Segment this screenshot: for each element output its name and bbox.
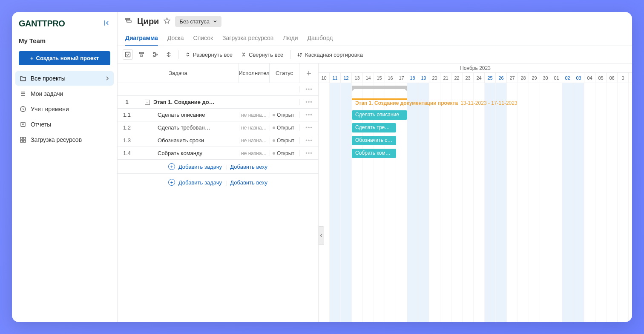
timeline-column <box>540 83 551 322</box>
grid-spacer-row: ••• <box>118 83 318 96</box>
tab-list[interactable]: Список <box>193 31 213 46</box>
timeline-day: 30 <box>540 73 551 83</box>
expand-all-button[interactable]: Развернуть все <box>183 50 235 60</box>
favorite-button[interactable] <box>163 17 171 26</box>
tab-workload[interactable]: Загрузка ресурсов <box>222 31 273 46</box>
add-column-button[interactable] <box>299 63 318 83</box>
task-title: Сделать требован… <box>136 124 239 131</box>
tab-people[interactable]: Люди <box>283 31 298 46</box>
task-row[interactable]: 1.3 Обозначить сроки не назнач... Открыт… <box>118 134 318 147</box>
timeline-column <box>418 83 429 322</box>
collapse-toggle[interactable]: − <box>145 100 150 105</box>
list-icon <box>20 90 26 97</box>
sort-icon <box>297 52 302 57</box>
add-milestone-button[interactable]: Добавить веху <box>230 164 267 170</box>
task-status[interactable]: Открыт <box>270 125 299 131</box>
task-status[interactable]: Открыт <box>270 150 299 156</box>
row-more-button[interactable]: ••• <box>299 150 318 156</box>
status-dropdown[interactable]: Без статуса <box>175 16 221 27</box>
timeline-day: 19 <box>418 73 429 83</box>
timeline-day: 17 <box>396 73 407 83</box>
timeline-column <box>584 83 595 322</box>
baseline-button[interactable] <box>164 49 174 60</box>
task-title: Обозначить сроки <box>136 137 239 144</box>
nav-time-tracking[interactable]: Учет времени <box>15 102 114 116</box>
separator: | <box>225 179 227 186</box>
task-bar[interactable]: Обозначить сроки <box>352 136 396 145</box>
task-bar[interactable]: Собрать команду <box>352 149 396 158</box>
task-assignee[interactable]: не назнач... <box>239 125 270 131</box>
phase-bar[interactable] <box>352 86 407 89</box>
row-more-button[interactable]: ••• <box>299 86 318 92</box>
star-icon <box>163 17 171 25</box>
nav-all-projects[interactable]: Все проекты <box>15 71 114 86</box>
phase-row[interactable]: 1 − Этап 1. Создание до… ••• <box>118 96 318 109</box>
add-task-button[interactable]: Добавить задачу <box>178 179 222 186</box>
add-row-outer: + Добавить задачу | Добавить веху <box>118 176 318 189</box>
status-dot-icon <box>273 127 275 129</box>
plus-icon: + <box>30 55 34 61</box>
svg-rect-18 <box>139 52 144 54</box>
gantt-timeline[interactable]: Ноябрь 2023 1011121314151617181920212223… <box>319 63 632 322</box>
sidebar-collapse-button[interactable] <box>104 20 110 28</box>
task-assignee[interactable]: не назнач... <box>239 112 270 118</box>
nav-my-tasks[interactable]: Мои задачи <box>15 86 114 101</box>
nav-workload[interactable]: Загрузка ресурсов <box>15 132 114 147</box>
expand-all-label: Развернуть все <box>193 52 233 58</box>
tab-board[interactable]: Доска <box>167 31 184 46</box>
cascade-sort-button[interactable]: Каскадная сортировка <box>295 50 365 60</box>
svg-rect-19 <box>140 55 143 56</box>
add-task-button[interactable]: Добавить задачу <box>178 164 222 170</box>
create-project-button[interactable]: + Создать новый проект <box>19 51 110 65</box>
timeline-day: 02 <box>562 73 573 83</box>
view-tabs: Диаграмма Доска Список Загрузка ресурсов… <box>118 29 632 46</box>
task-assignee[interactable]: не назнач... <box>239 150 270 156</box>
timeline-column <box>319 83 330 322</box>
timeline-column <box>463 83 474 322</box>
status-text: Открыт <box>277 112 294 118</box>
status-text: Открыт <box>277 138 294 144</box>
status-dot-icon <box>273 139 275 142</box>
task-assignee[interactable]: не назнач... <box>239 138 270 144</box>
status-text: Открыт <box>277 150 294 156</box>
task-row[interactable]: 1.1 Сделать описание не назнач... Открыт… <box>118 109 318 121</box>
svg-point-20 <box>153 52 155 54</box>
nav-time-tracking-label: Учет времени <box>31 106 69 112</box>
tab-dashboard[interactable]: Дашборд <box>308 31 333 46</box>
collapse-all-button[interactable]: Свернуть все <box>239 50 286 60</box>
row-more-button[interactable]: ••• <box>299 124 318 131</box>
timeline-day: 27 <box>507 73 518 83</box>
clock-icon <box>20 106 26 112</box>
timeline-column <box>407 83 418 322</box>
timeline-day: 01 <box>551 73 562 83</box>
timeline-day: 16 <box>385 73 396 83</box>
row-more-button[interactable]: ••• <box>299 112 318 118</box>
task-title: Сделать описание <box>136 112 239 118</box>
task-row[interactable]: 1.4 Собрать команду не назнач... Открыт … <box>118 147 318 160</box>
phase-number: 1 <box>118 99 136 105</box>
timeline-day: 20 <box>429 73 440 83</box>
task-bar[interactable]: Сделать описание <box>352 110 407 120</box>
timeline-column <box>341 83 352 322</box>
select-all-button[interactable] <box>123 49 133 60</box>
phase-progress-bar <box>352 98 407 100</box>
nav-reports[interactable]: Отчеты <box>15 117 114 132</box>
task-bar[interactable]: Сделать требов… <box>352 123 396 132</box>
row-more-button[interactable]: ••• <box>299 137 318 144</box>
timeline-day: 21 <box>440 73 451 83</box>
svg-point-22 <box>156 54 158 55</box>
add-milestone-button[interactable]: Добавить веху <box>230 179 267 186</box>
baseline-icon <box>166 52 172 58</box>
add-plus-icon: + <box>168 163 175 170</box>
filter-button[interactable] <box>136 49 147 60</box>
app-frame: GANTTPRO My Team + Создать новый проект … <box>12 12 632 322</box>
hierarchy-button[interactable] <box>150 49 160 60</box>
task-status[interactable]: Открыт <box>270 138 299 144</box>
task-row[interactable]: 1.2 Сделать требован… не назнач... Откры… <box>118 121 318 134</box>
task-status[interactable]: Открыт <box>270 112 299 118</box>
timeline-day: 03 <box>573 73 584 83</box>
row-more-button[interactable]: ••• <box>299 99 318 105</box>
svg-rect-17 <box>126 52 130 57</box>
tab-diagram[interactable]: Диаграмма <box>125 31 158 46</box>
timeline-day: 26 <box>496 73 507 83</box>
